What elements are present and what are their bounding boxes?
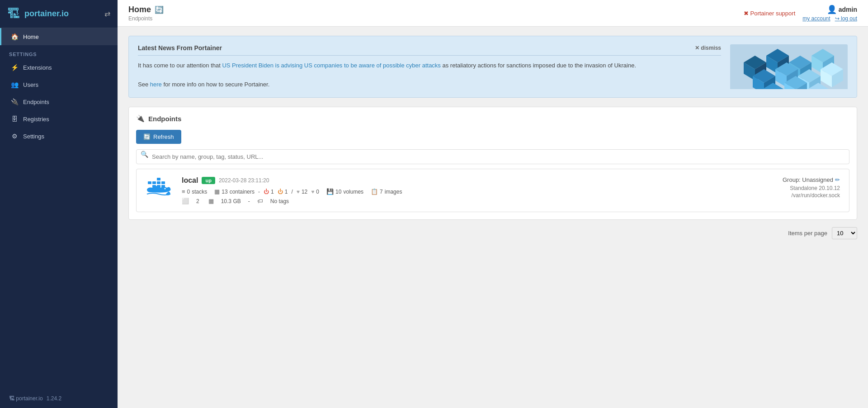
sidebar-item-users-label: Users	[23, 81, 38, 88]
title-refresh-icon[interactable]: 🔄	[155, 5, 164, 14]
svg-rect-37	[161, 181, 165, 184]
endpoint-right: Group: Unassigned ✏ Standalone 20.10.12 …	[741, 176, 840, 199]
docker-logo	[146, 176, 173, 199]
dismiss-button[interactable]: ✕ dismiss	[695, 45, 721, 51]
settings-icon: ⚙	[10, 133, 19, 140]
endpoint-info: local up 2022-03-28 23:11:20 ≡ 0 stacks	[182, 176, 731, 204]
sidebar-nav: 🏠 Home SETTINGS ⚡ Extensions 👥 Users 🔌 E…	[0, 28, 118, 389]
images-icon: 📋	[371, 188, 378, 195]
stat-images: 📋 7 images	[371, 188, 402, 195]
news-banner-content: Latest News From Portainer ✕ dismiss It …	[138, 44, 721, 89]
user-name-display: 👤 admin	[827, 5, 857, 14]
news-banner-body: It has come to our attention that US Pre…	[138, 61, 721, 89]
stacks-icon: ≡	[182, 188, 185, 195]
sidebar-item-settings[interactable]: ⚙ Settings	[0, 128, 118, 145]
cpu-icon: ⬜	[182, 198, 189, 204]
home-icon: 🏠	[10, 33, 19, 40]
volumes-icon: 💾	[326, 188, 334, 195]
users-icon: 👥	[10, 81, 19, 88]
sidebar-item-extensions[interactable]: ⚡ Extensions	[0, 59, 118, 76]
endpoint-title-row: local up 2022-03-28 23:11:20	[182, 176, 731, 185]
topbar: Home 🔄 Endpoints ✖ Portainer support 👤 a…	[118, 0, 868, 27]
news-banner: Latest News From Portainer ✕ dismiss It …	[128, 36, 857, 98]
topbar-subtitle: Endpoints	[128, 15, 164, 22]
portainer-logo-icon: 🏗	[7, 6, 20, 21]
endpoint-group: Group: Unassigned ✏	[741, 176, 840, 183]
my-account-link[interactable]: my account	[802, 15, 830, 22]
content-area: Latest News From Portainer ✕ dismiss It …	[118, 27, 868, 408]
portainer-support-link[interactable]: ✖ Portainer support	[744, 10, 796, 17]
endpoint-stats-row: ≡ 0 stacks ▦ 13 containers - ⏻ 1	[182, 188, 731, 195]
section-header: 🔌 Endpoints	[136, 114, 849, 123]
stacks-count: 0	[187, 189, 190, 195]
svg-rect-41	[157, 178, 160, 180]
stat-containers: ▦ 13 containers - ⏻ 1 ⏻ 1 / ♥ 12	[214, 188, 319, 195]
stat-stacks: ≡ 0 stacks	[182, 188, 207, 195]
sidebar-footer-logo: 🏗 portainer.io	[9, 395, 43, 402]
container-running-icon: ⏻	[264, 189, 269, 195]
health-icon-2: ♥	[311, 189, 314, 195]
sidebar-item-extensions-label: Extensions	[23, 64, 52, 71]
endpoint-card: local up 2022-03-28 23:11:20 ≡ 0 stacks	[136, 169, 849, 212]
sidebar-item-registries-label: Registries	[23, 116, 49, 123]
news-graphic	[730, 44, 848, 89]
sidebar-item-endpoints-label: Endpoints	[23, 99, 49, 105]
svg-rect-35	[152, 181, 156, 184]
news-here-link[interactable]: here	[150, 81, 162, 88]
news-banner-title: Latest News From Portainer ✕ dismiss	[138, 44, 721, 56]
svg-point-42	[165, 188, 166, 189]
refresh-button[interactable]: 🔄 Refresh	[136, 130, 181, 144]
endpoint-path: /var/run/docker.sock	[741, 192, 840, 199]
user-avatar-icon: 👤	[827, 5, 837, 14]
edit-group-icon[interactable]: ✏	[835, 176, 840, 183]
sidebar-item-home-label: Home	[23, 33, 39, 40]
logout-icon: ↪	[835, 15, 840, 22]
docker-logo-svg	[146, 178, 172, 198]
settings-section-label: SETTINGS	[0, 45, 118, 59]
endpoint-type: Standalone 20.10.12	[741, 185, 840, 191]
svg-rect-36	[157, 181, 160, 184]
user-links: my account ↪ log out	[802, 15, 857, 22]
transfer-icon[interactable]: ⇄	[104, 9, 110, 18]
svg-rect-34	[148, 181, 151, 184]
sidebar-logo: 🏗 portainer.io ⇄	[0, 0, 118, 28]
sidebar-item-registries[interactable]: 🗄 Registries	[0, 110, 118, 128]
sidebar-footer: 🏗 portainer.io 1.24.2	[0, 389, 118, 408]
sidebar-item-users[interactable]: 👥 Users	[0, 76, 118, 93]
endpoints-section-icon: 🔌	[136, 114, 145, 123]
pagination-bar: Items per page 10 25 50 100	[128, 227, 857, 239]
endpoints-icon: 🔌	[10, 98, 19, 105]
log-out-link[interactable]: ↪ log out	[835, 15, 857, 22]
health-icon-1: ♥	[297, 189, 300, 195]
tags-icon: 🏷	[257, 198, 263, 204]
sidebar-item-settings-label: Settings	[23, 133, 44, 140]
sidebar-item-endpoints[interactable]: 🔌 Endpoints	[0, 93, 118, 110]
news-body-link[interactable]: US President Biden is advising US compan…	[222, 62, 440, 69]
cubes-decoration	[730, 44, 848, 89]
endpoint-name[interactable]: local	[182, 176, 198, 185]
container-stopped-icon: ⏻	[278, 189, 283, 195]
topbar-left: Home 🔄 Endpoints	[128, 5, 164, 22]
memory-icon: ▦	[208, 198, 214, 204]
sidebar: 🏗 portainer.io ⇄ 🏠 Home SETTINGS ⚡ Exten…	[0, 0, 118, 408]
items-per-page-label: Items per page	[788, 230, 827, 237]
endpoints-panel-body: 🔌 Endpoints 🔄 Refresh 🔍	[129, 107, 857, 219]
endpoint-date: 2022-03-28 23:11:20	[219, 177, 269, 184]
search-input[interactable]	[136, 149, 849, 164]
main-area: Home 🔄 Endpoints ✖ Portainer support 👤 a…	[118, 0, 868, 408]
sidebar-logo-text: portainer.io	[24, 9, 69, 19]
items-per-page-select[interactable]: 10 25 50 100	[832, 227, 857, 239]
extensions-icon: ⚡	[10, 64, 19, 71]
dismiss-x-icon: ✕	[695, 45, 699, 51]
search-wrapper: 🔍	[136, 144, 849, 164]
topbar-right: ✖ Portainer support 👤 admin my account ↪…	[744, 5, 857, 22]
page-title: Home 🔄	[128, 5, 164, 14]
sidebar-version: 1.24.2	[47, 395, 61, 402]
endpoints-section-title: Endpoints	[148, 115, 181, 123]
sidebar-item-home[interactable]: 🏠 Home	[0, 28, 118, 45]
endpoints-panel: 🔌 Endpoints 🔄 Refresh 🔍	[128, 107, 857, 220]
stacks-label: stacks	[192, 189, 207, 195]
registries-icon: 🗄	[10, 115, 19, 123]
endpoint-row2: ⬜ 2 ▦ 10.3 GB - 🏷 No tags	[182, 198, 731, 204]
refresh-btn-icon: 🔄	[143, 133, 151, 140]
